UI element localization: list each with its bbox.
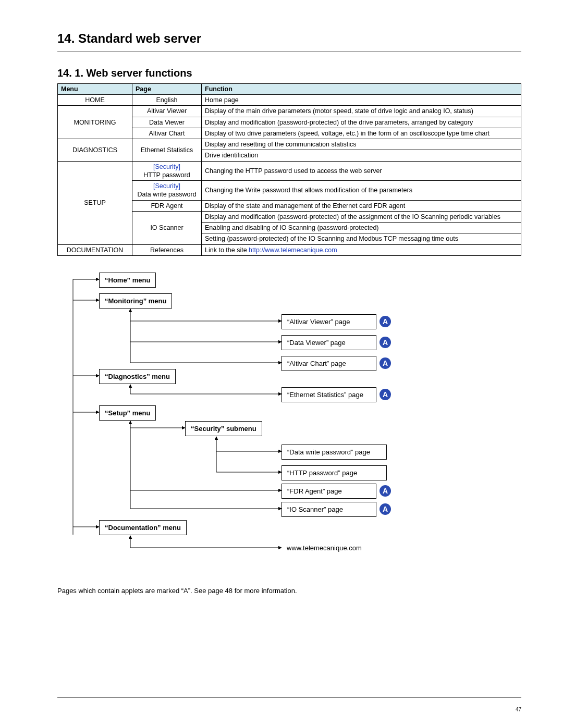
http-page-box: “HTTP password” page <box>282 465 387 480</box>
applet-badge-icon: A <box>380 389 391 400</box>
diagnostics-menu-box: “Diagnostics” menu <box>99 369 176 384</box>
cell-func: Home page <box>202 95 521 106</box>
io-page-box: “IO Scanner” page <box>282 502 376 517</box>
sitemap-diagram: “Home” menu “Monitoring” menu “Diagnosti… <box>57 272 521 574</box>
table-row: HOME English Home page <box>58 95 521 106</box>
cell-func: Display of the state and management of t… <box>202 200 521 211</box>
applet-badge-icon: A <box>380 337 391 348</box>
th-page: Page <box>132 84 202 95</box>
cell-menu: DOCUMENTATION <box>58 244 132 255</box>
table-row: DOCUMENTATION References Link to the sit… <box>58 244 521 255</box>
cell-page: References <box>132 244 202 255</box>
cell-page: Altivar Viewer <box>132 106 202 117</box>
cell-menu: MONITORING <box>58 106 132 139</box>
doc-url-link[interactable]: http://www.telemecanique.com <box>249 246 337 254</box>
security-submenu-box: “Security” submenu <box>185 421 262 436</box>
page-sub: Data write password <box>137 191 196 198</box>
th-menu: Menu <box>58 84 132 95</box>
footnote-text: Pages which contain applets are marked “… <box>57 587 521 595</box>
cell-func: Display of two drive parameters (speed, … <box>202 128 521 139</box>
monitoring-menu-box: “Monitoring” menu <box>99 293 172 309</box>
page-sub: HTTP password <box>143 171 190 179</box>
table-row: DIAGNOSTICS Ethernet Statistics Display … <box>58 139 521 150</box>
functions-table: Menu Page Function HOME English Home pag… <box>57 83 521 256</box>
table-header-row: Menu Page Function <box>58 84 521 95</box>
ethernet-stats-page-box: “Ethernet Statistics” page <box>282 387 376 402</box>
section-title: 14. 1. Web server functions <box>57 67 521 79</box>
applet-badge-icon: A <box>380 485 391 497</box>
setup-menu-box: “Setup” menu <box>99 405 156 421</box>
rule-footer <box>57 697 521 698</box>
documentation-menu-box: “Documentation” menu <box>99 520 187 535</box>
telemecanique-link-box: www.telemecanique.com <box>282 541 375 555</box>
cell-func: Setting (password-protected) of the IO S… <box>202 233 521 244</box>
table-row: MONITORING Altivar Viewer Display of the… <box>58 106 521 117</box>
doc-func-pre: Link to the site <box>205 246 249 254</box>
cell-page: Ethernet Statistics <box>132 139 202 162</box>
cell-page: [Security] HTTP password <box>132 161 202 181</box>
cell-menu: HOME <box>58 95 132 106</box>
altivar-chart-page-box: “Altivar Chart” page <box>282 356 376 371</box>
data-viewer-page-box: “Data Viewer” page <box>282 335 376 350</box>
cell-func: Drive identification <box>202 150 521 161</box>
cell-page: English <box>132 95 202 106</box>
fdr-page-box: “FDR Agent” page <box>282 484 376 499</box>
chapter-title: 14. Standard web server <box>57 31 521 46</box>
applet-badge-icon: A <box>380 357 391 369</box>
cell-func: Changing the Write password that allows … <box>202 181 521 201</box>
cell-func: Display and modification (password-prote… <box>202 117 521 128</box>
cell-page: FDR Agent <box>132 200 202 211</box>
security-link[interactable]: [Security] <box>153 163 180 170</box>
cell-menu: DIAGNOSTICS <box>58 139 132 162</box>
cell-menu: SETUP <box>58 161 132 244</box>
cell-func: Enabling and disabling of IO Scanning (p… <box>202 223 521 233</box>
cell-func: Link to the site http://www.telemecaniqu… <box>202 244 521 255</box>
applet-badge-icon: A <box>380 503 391 515</box>
dwp-page-box: “Data write password” page <box>282 445 387 460</box>
cell-func: Display and modification (password-prote… <box>202 211 521 222</box>
cell-page: IO Scanner <box>132 211 202 244</box>
cell-page: Data Viewer <box>132 117 202 128</box>
cell-func: Display and resetting of the communicati… <box>202 139 521 150</box>
cell-func: Display of the main drive parameters (mo… <box>202 106 521 117</box>
applet-badge-icon: A <box>380 316 391 327</box>
cell-func: Changing the HTTP password used to acces… <box>202 161 521 181</box>
page-number: 47 <box>516 707 521 712</box>
security-link[interactable]: [Security] <box>153 182 180 190</box>
table-row: SETUP [Security] HTTP password Changing … <box>58 161 521 181</box>
home-menu-box: “Home” menu <box>99 273 156 288</box>
cell-page: Altivar Chart <box>132 128 202 139</box>
th-function: Function <box>202 84 521 95</box>
altivar-viewer-page-box: “Altivar Viewer” page <box>282 314 376 329</box>
rule-top <box>57 51 521 52</box>
cell-page: [Security] Data write password <box>132 181 202 201</box>
